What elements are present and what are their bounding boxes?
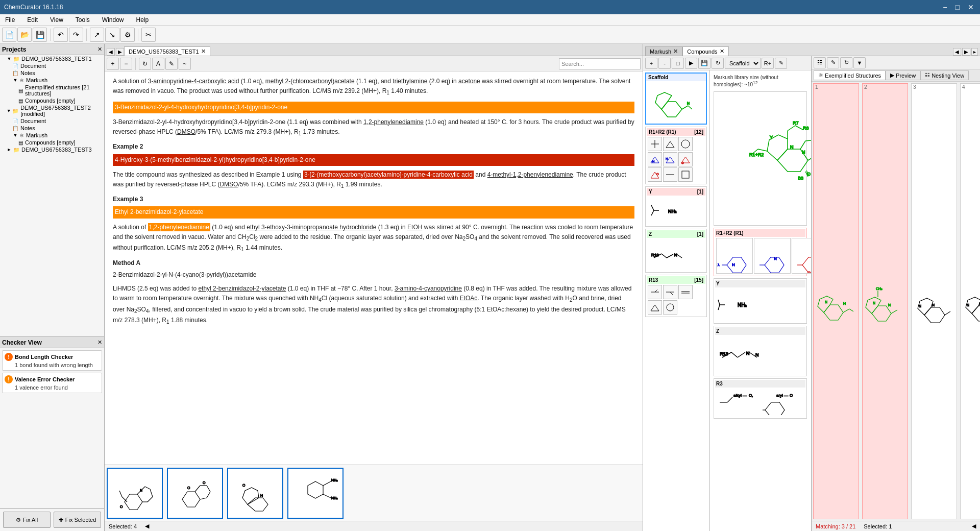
- settings-button[interactable]: ⚙: [120, 28, 135, 42]
- project-item-demo1[interactable]: ▼ 📁 DEMO_US6756383_TEST1: [0, 55, 104, 62]
- project-item-demo2[interactable]: ▼ 📁 DEMO_US6756383_TEST2 [modified]: [0, 104, 104, 117]
- markush-tab-close-icon[interactable]: ✕: [673, 48, 678, 55]
- markush-tab[interactable]: Markush ✕: [645, 46, 682, 56]
- menu-bar: File Edit View Tools Window Help: [0, 14, 980, 26]
- select-markush[interactable]: ▶: [685, 58, 697, 69]
- zoom-out-markush[interactable]: -: [658, 58, 671, 69]
- compounds-tab[interactable]: Compounds ✕: [682, 46, 728, 56]
- mol-thumb-4[interactable]: NH₂ NH₂: [287, 468, 344, 519]
- filter-compounds-button[interactable]: ▼: [853, 57, 866, 68]
- r1r2-list-item[interactable]: R1+R2 (R1) [12] N N O O: [645, 127, 707, 184]
- compounds-item-2[interactable]: ▤ Compounds [empty]: [0, 139, 104, 146]
- zoom-in-markush[interactable]: +: [645, 58, 657, 69]
- markush-item-1[interactable]: ▼ ⚛ Markush: [0, 77, 104, 84]
- r1r2-content: N N O O: [647, 136, 705, 183]
- doc-search-input[interactable]: [559, 58, 641, 69]
- draw-mode-button[interactable]: ✎: [827, 57, 839, 68]
- scaffold-list-label: Scaffold: [646, 74, 706, 81]
- import-button[interactable]: ↘: [105, 28, 119, 42]
- markush-action-2[interactable]: ✎: [775, 58, 787, 69]
- doc-prev-button[interactable]: ◀: [107, 48, 115, 56]
- example-title-1: 3-Benzimidazol-2-yl-4-hydroxyhydropyridi…: [113, 102, 634, 113]
- separator-3: [138, 29, 138, 41]
- cut-tool[interactable]: ✂: [141, 28, 156, 42]
- maximize-button[interactable]: □: [953, 3, 962, 11]
- doc-tab-close-icon[interactable]: ✕: [201, 48, 206, 55]
- y-label: Y: [649, 189, 652, 195]
- edit-doc-button[interactable]: ✎: [165, 58, 178, 70]
- undo-markush[interactable]: ↻: [712, 58, 724, 69]
- zoom-out-button[interactable]: −: [120, 58, 132, 70]
- mol-thumb-3[interactable]: N O: [227, 468, 283, 519]
- save-button[interactable]: 💾: [33, 28, 47, 42]
- compounds-item-1[interactable]: ▤ Compounds [empty]: [0, 97, 104, 104]
- refresh-compounds-button[interactable]: ↻: [840, 57, 852, 68]
- fit-markush[interactable]: □: [672, 58, 684, 69]
- zoom-in-button[interactable]: +: [107, 58, 119, 70]
- menu-view[interactable]: View: [47, 15, 66, 25]
- menu-tools[interactable]: Tools: [72, 15, 93, 25]
- expand-markush-2[interactable]: ▼: [12, 133, 18, 138]
- redo-button[interactable]: ↷: [69, 28, 83, 42]
- compound-ref-8: 4-methyl-1,2-phenylenediamine: [487, 171, 573, 178]
- menu-edit[interactable]: Edit: [24, 15, 41, 25]
- right-next-button[interactable]: ▶: [962, 48, 970, 56]
- markush-scaffold-select[interactable]: Scaffold: [725, 58, 761, 69]
- svg-text:O: O: [681, 161, 684, 164]
- svg-line-11: [195, 486, 200, 492]
- notes-item-1[interactable]: 📋 Notes: [0, 69, 104, 77]
- z-list-item[interactable]: Z [1] N: [645, 229, 707, 273]
- document-item-1[interactable]: 📄 Document: [0, 62, 104, 69]
- new-button[interactable]: 📄: [2, 28, 16, 42]
- refresh-doc-button[interactable]: ↻: [139, 58, 151, 70]
- menu-file[interactable]: File: [2, 15, 18, 25]
- notes-item-2[interactable]: 📋 Notes: [0, 125, 104, 132]
- svg-text:N: N: [873, 301, 875, 305]
- menu-help[interactable]: Help: [133, 15, 152, 25]
- expand-icon-demo1[interactable]: ▼: [6, 56, 12, 61]
- y-list-item[interactable]: Y [1] NH₂: [645, 186, 707, 227]
- compounds-tab-close-icon[interactable]: ✕: [720, 48, 724, 55]
- expand-icon-demo3[interactable]: ►: [6, 147, 12, 152]
- r13-list-item[interactable]: R13 [15]: [645, 275, 707, 317]
- right-prev-button[interactable]: ◀: [953, 48, 961, 56]
- open-button[interactable]: 📂: [17, 28, 32, 42]
- checker-close-button[interactable]: ✕: [97, 339, 102, 346]
- close-button[interactable]: ✕: [966, 3, 976, 11]
- scaffold-list-item[interactable]: Scaffold N: [645, 73, 707, 125]
- svg-text:N: N: [652, 160, 654, 163]
- tilde-button[interactable]: ~: [179, 58, 191, 70]
- menu-window[interactable]: Window: [99, 15, 127, 25]
- nesting-tab[interactable]: ☷ Nesting View: [920, 70, 969, 80]
- expand-icon-demo2[interactable]: ▼: [6, 108, 11, 113]
- export-button[interactable]: ↗: [90, 28, 104, 42]
- projects-close-button[interactable]: ✕: [97, 46, 102, 53]
- scaffold-main-view: R4 R5 R6 R7 R8 B3 Y R1+R2 O: [714, 91, 807, 226]
- project-item-demo3[interactable]: ► 📁 DEMO_US6756383_TEST3: [0, 146, 104, 153]
- document-item-2[interactable]: 📄 Document: [0, 117, 104, 125]
- compound-ref-10: 1,2-phenylenediamine: [148, 223, 210, 231]
- markush-action-1[interactable]: R+: [762, 58, 774, 69]
- compound-card-4[interactable]: 4 N N O: [960, 83, 980, 519]
- font-button[interactable]: A: [152, 58, 164, 70]
- preview-tab[interactable]: ▶ Preview: [886, 70, 920, 80]
- exemplified-structures-tab[interactable]: ⚛ Exemplified Structures: [814, 70, 886, 80]
- exemplified-item-1[interactable]: ▤ Exemplified structures [21 structures]: [0, 84, 104, 97]
- fix-selected-button[interactable]: ✚ Fix Selected: [54, 512, 101, 528]
- right-tabs: Markush ✕ Compounds ✕: [645, 46, 729, 56]
- right-expand-button[interactable]: ▸: [971, 48, 978, 56]
- minimize-button[interactable]: −: [941, 3, 949, 11]
- doc-next-button[interactable]: ▶: [116, 48, 124, 56]
- compound-card-2[interactable]: 2 N N CH₃: [862, 83, 908, 519]
- grid-view-button[interactable]: ☷: [814, 57, 826, 68]
- markush-item-2[interactable]: ▼ ⚛ Markush: [0, 132, 104, 139]
- mol-thumb-1[interactable]: O N: [107, 468, 163, 519]
- fix-all-button[interactable]: ⚙ Fix All: [3, 512, 51, 528]
- doc-tab-demo1[interactable]: DEMO_US6756383_TEST1 ✕: [124, 46, 210, 56]
- undo-button[interactable]: ↶: [54, 28, 68, 42]
- compound-card-1[interactable]: 1 N N: [813, 83, 859, 519]
- compound-card-3[interactable]: 3 N N: [911, 83, 957, 519]
- mol-thumb-2[interactable]: O O: [167, 468, 223, 519]
- expand-markush-1[interactable]: ▼: [12, 78, 18, 83]
- save-markush[interactable]: 💾: [698, 58, 710, 69]
